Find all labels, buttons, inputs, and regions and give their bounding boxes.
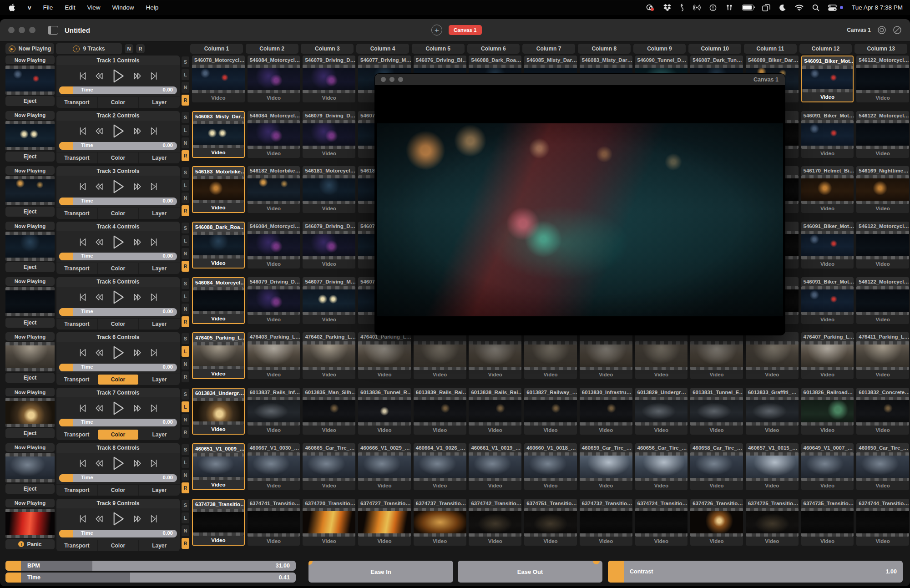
n-mode-button[interactable]: N (182, 414, 189, 425)
column-header[interactable]: Column 11 (744, 44, 797, 54)
clip-cell[interactable]: 460667_V1_0030_… Video (248, 443, 300, 490)
play-button[interactable] (111, 178, 126, 195)
clip-cell[interactable]: 546122_Motorcycl… Video (856, 222, 909, 269)
clip-cell[interactable]: 546183_Motorbike… Video (192, 166, 245, 213)
clip-cell[interactable]: Video (469, 332, 521, 379)
n-mode-button[interactable]: N (182, 137, 189, 148)
track-time-slider[interactable]: Time 0.00 (59, 530, 177, 537)
time-slider-knob[interactable] (59, 474, 73, 482)
stage-manager-icon[interactable] (762, 4, 770, 12)
track-time-slider[interactable]: Time 0.00 (59, 198, 177, 205)
eject-button[interactable]: ! Eject (5, 318, 55, 328)
column-header[interactable]: Column 10 (688, 44, 741, 54)
skip-to-start-button[interactable] (78, 514, 87, 523)
clip-cell[interactable]: Video (635, 332, 688, 379)
time-slider-knob[interactable] (59, 142, 73, 150)
random-button[interactable]: R (182, 150, 189, 161)
transport-tab[interactable]: Transport (56, 263, 98, 274)
clip-cell[interactable]: 546083_Misty_Dar… Video (192, 111, 245, 158)
clip-cell[interactable]: 546091_Biker_Mot… Video (801, 277, 854, 324)
dropbox-icon[interactable] (663, 4, 671, 12)
loop-button[interactable]: L (182, 291, 189, 302)
eject-button[interactable]: ! Eject (5, 428, 55, 438)
clip-cell[interactable]: 546077_Driving_M… Video (303, 277, 355, 324)
skip-to-end-button[interactable] (149, 127, 158, 136)
clip-cell[interactable]: 6374727_Transitio… Video (358, 499, 411, 546)
bpm-slider-handle[interactable] (5, 561, 21, 571)
clip-cell[interactable]: 6013836_Tunnel_R… Video (358, 388, 411, 435)
layer-tab[interactable]: Layer (139, 374, 180, 385)
clip-cell[interactable]: 460666_V1_0029_… Video (358, 443, 411, 490)
clip-cell[interactable]: 460651_V1_0009_… Video (192, 443, 245, 490)
play-button[interactable] (111, 345, 126, 361)
clip-cell[interactable]: 546091_Biker_Mot… Video (801, 222, 854, 269)
rewind-button[interactable] (94, 293, 104, 302)
clip-cell[interactable]: 476407_Parking_L… Video (801, 332, 854, 379)
clip-cell[interactable]: 546084_Motorcycl… Video (248, 56, 300, 102)
clip-cell[interactable]: 6013827_Railway_… Video (524, 388, 577, 435)
time-slider-knob[interactable] (59, 308, 73, 316)
track-time-slider[interactable]: Time 0.00 (59, 253, 177, 260)
fast-forward-button[interactable] (132, 459, 142, 468)
menu-help[interactable]: Help (146, 4, 159, 11)
solo-button[interactable]: S (182, 112, 189, 123)
rewind-button[interactable] (94, 514, 104, 523)
search-icon[interactable] (812, 4, 819, 12)
eject-button[interactable]: ! Eject (5, 484, 55, 494)
color-tab[interactable]: Color (98, 430, 139, 440)
fast-forward-button[interactable] (132, 182, 142, 191)
play-button[interactable] (111, 289, 126, 305)
solo-button[interactable]: S (182, 167, 189, 178)
layer-tab[interactable]: Layer (139, 485, 180, 496)
r-toggle-button[interactable]: R (136, 44, 145, 53)
clip-cell[interactable]: 476405_Parking_L… Video (192, 332, 245, 379)
skip-to-end-button[interactable] (149, 238, 158, 247)
clip-cell[interactable]: 476403_Parking_L… Video (248, 332, 300, 379)
n-mode-button[interactable]: N (182, 525, 189, 536)
play-button[interactable] (111, 234, 126, 250)
clip-cell[interactable]: 460657_V1_0015_… Video (746, 443, 799, 490)
eject-button[interactable]: ! Eject (5, 152, 55, 162)
clip-cell[interactable]: 460665_Car_Tire_… Video (303, 443, 355, 490)
record-icon[interactable] (877, 25, 886, 35)
loop-button[interactable]: L (182, 180, 189, 191)
color-tab[interactable]: Color (98, 540, 139, 551)
clip-cell[interactable]: 546182_Motorbike… Video (248, 166, 300, 213)
clip-cell[interactable]: Video (524, 332, 577, 379)
color-tab[interactable]: Color (98, 97, 139, 108)
clip-cell[interactable]: 6013839_Rails_Rai… Video (414, 388, 466, 435)
color-tab[interactable]: Color (98, 375, 139, 385)
contrast-slider[interactable]: Contrast 1.00 (608, 561, 903, 583)
color-tab[interactable]: Color (98, 485, 139, 496)
fast-forward-button[interactable] (132, 238, 142, 247)
clip-cell[interactable]: 460659_Car_Tire_… Video (580, 443, 632, 490)
clip-cell[interactable]: 546079_Driving_D… Video (303, 222, 355, 269)
alert-icon[interactable] (709, 4, 717, 12)
play-button[interactable] (111, 455, 126, 471)
airpods-icon[interactable] (725, 4, 733, 12)
color-tab[interactable]: Color (98, 263, 139, 274)
skip-to-start-button[interactable] (78, 293, 87, 302)
skip-to-start-button[interactable] (78, 348, 87, 357)
clip-cell[interactable]: 460664_V1_0026_… Video (414, 443, 466, 490)
play-button[interactable] (111, 123, 126, 139)
layer-tab[interactable]: Layer (139, 540, 180, 551)
track-time-slider[interactable]: Time 0.00 (59, 86, 177, 94)
solo-button[interactable]: S (182, 223, 189, 233)
clip-cell[interactable]: 546181_Motorcycl… Video (303, 166, 355, 213)
clip-cell[interactable]: 460661_V1_0019_… Video (469, 443, 521, 490)
random-button[interactable]: R (182, 482, 189, 493)
apple-menu-icon[interactable] (9, 4, 16, 12)
clip-cell[interactable]: 546079_Driving_D… Video (303, 111, 355, 158)
layer-tab[interactable]: Layer (139, 263, 180, 274)
clip-cell[interactable]: 546122_Motorcycl… Video (856, 277, 909, 324)
loop-button[interactable]: L (182, 512, 189, 523)
loop-button[interactable]: L (182, 457, 189, 468)
column-header[interactable]: Column 12 (799, 44, 852, 54)
color-tab[interactable]: Color (98, 208, 139, 219)
clip-cell[interactable]: 546091_Biker_Mot… Video (801, 111, 854, 158)
layer-tab[interactable]: Layer (139, 429, 180, 440)
clip-cell[interactable]: 6013830_Infrastru… Video (580, 388, 632, 435)
skip-to-end-button[interactable] (149, 459, 158, 468)
clip-cell[interactable]: 546088_Dark_Roa… Video (192, 222, 245, 269)
